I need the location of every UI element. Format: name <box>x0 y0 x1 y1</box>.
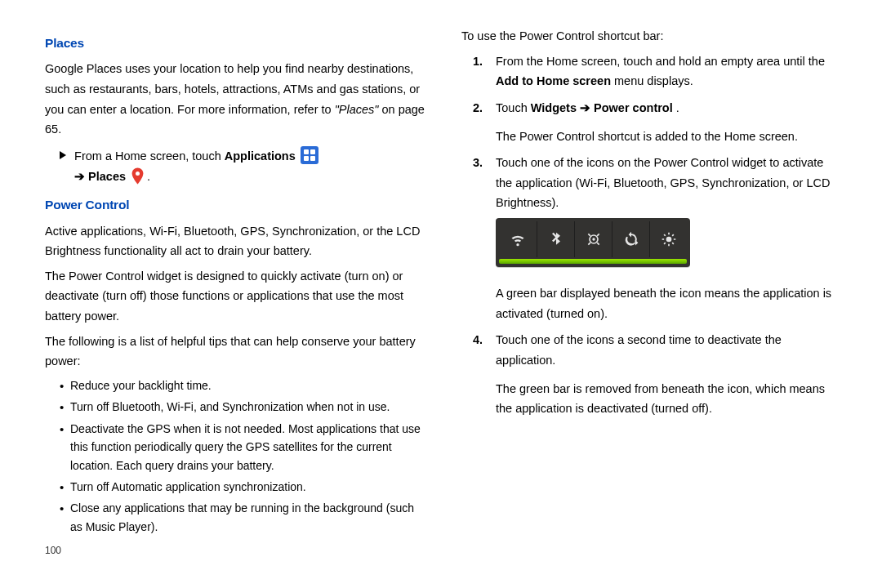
step2-period: . <box>676 101 679 114</box>
applications-icon <box>301 146 318 164</box>
step-2: 2. Touch Widgets ➔ Power control . The P… <box>473 98 837 146</box>
page-number: 100 <box>45 542 429 559</box>
power-p3: The following is a list of helpful tips … <box>45 332 429 372</box>
step-1: 1. From the Home screen, touch and hold … <box>473 51 837 91</box>
brightness-icon <box>649 221 687 257</box>
list-item: Turn off Bluetooth, Wi-Fi, and Synchroni… <box>60 398 429 416</box>
svg-point-3 <box>666 237 671 243</box>
instr-prefix: From a Home screen, touch <box>74 149 225 163</box>
list-item: Turn off Automatic application synchroni… <box>60 478 429 496</box>
wifi-icon <box>499 221 537 257</box>
step1-b: menu displays. <box>614 74 693 87</box>
svg-point-2 <box>592 238 595 240</box>
step-number: 4. <box>473 330 483 350</box>
steps-list: 1. From the Home screen, touch and hold … <box>473 51 837 419</box>
step-3: 3. Touch one of the icons on the Power C… <box>473 153 837 323</box>
step-number: 1. <box>473 51 483 72</box>
active-bar <box>499 259 687 264</box>
places-paragraph: Google Places uses your location to help… <box>45 59 429 140</box>
step2-widgets: Widgets <box>531 101 577 114</box>
list-item: Close any applications that may be runni… <box>60 499 429 536</box>
step2-powercontrol: Power control <box>594 101 673 114</box>
power-p1: Active applications, Wi-Fi, Bluetooth, G… <box>45 221 429 261</box>
arrow-icon: ➔ <box>580 101 594 114</box>
sync-icon <box>612 221 649 257</box>
power-control-widget <box>496 213 837 275</box>
step4-sub: The green bar is removed from beneath th… <box>496 379 837 419</box>
heading-power-control: Power Control <box>45 194 429 216</box>
places-instruction: From a Home screen, touch Applications ➔… <box>60 146 429 186</box>
step-number: 3. <box>473 153 483 173</box>
step2-sub: The Power Control shortcut is added to t… <box>496 127 837 147</box>
step1-a: From the Home screen, touch and hold an … <box>496 55 825 68</box>
step2-a: Touch <box>496 101 531 114</box>
step1-bold: Add to Home screen <box>496 74 611 87</box>
heading-places: Places <box>45 33 429 54</box>
power-shortcut-intro: To use the Power Control shortcut bar: <box>461 26 837 47</box>
instr-period: . <box>147 170 150 183</box>
svg-point-0 <box>136 171 140 175</box>
left-column: Places Google Places uses your location … <box>24 24 441 580</box>
power-p2: The Power Control widget is designed to … <box>45 266 429 327</box>
list-item: Deactivate the GPS when it is not needed… <box>60 420 429 474</box>
step3-text: Touch one of the icons on the Power Cont… <box>496 156 830 209</box>
step-number: 2. <box>473 98 483 118</box>
arrow-icon: ➔ <box>74 170 88 183</box>
bluetooth-icon <box>537 221 574 257</box>
tips-list: Reduce your backlight time. Turn off Blu… <box>60 376 429 536</box>
instr-applications: Applications <box>225 149 296 163</box>
step3-sub: A green bar displayed beneath the icon m… <box>496 283 837 323</box>
step4-text: Touch one of the icons a second time to … <box>496 333 782 367</box>
list-item: Reduce your backlight time. <box>60 376 429 394</box>
places-ref-italic: "Places" <box>335 103 382 116</box>
gps-icon <box>574 221 612 257</box>
right-column: To use the Power Control shortcut bar: 1… <box>441 24 858 580</box>
instr-places: Places <box>88 170 126 183</box>
places-pin-icon <box>131 167 144 185</box>
triangle-bullet-icon <box>60 151 66 159</box>
step-4: 4. Touch one of the icons a second time … <box>473 330 837 419</box>
